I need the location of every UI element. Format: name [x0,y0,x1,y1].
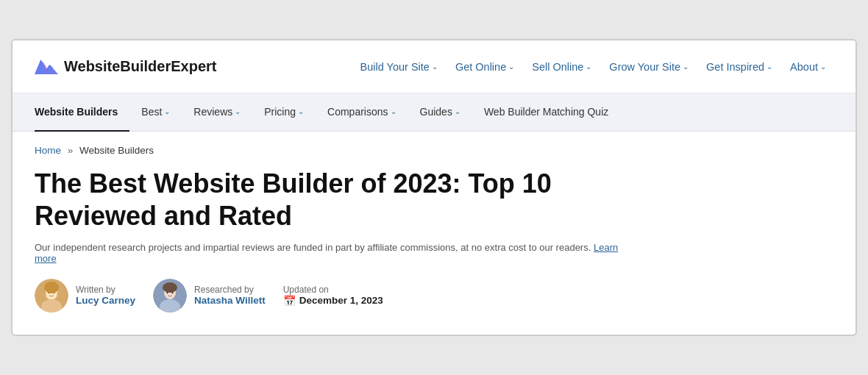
logo-text: WebsiteBuilderExpert [64,58,216,75]
updated-inner: Updated on 📅 December 1, 2023 [283,285,383,307]
top-nav-item-about: About ⌄ [783,57,833,77]
author-name-lucy[interactable]: Lucy Carney [76,295,135,306]
logo-icon [35,57,58,77]
breadcrumb-current: Website Builders [79,145,154,156]
chevron-down-icon: ⌄ [432,63,438,71]
updated-date-row: 📅 December 1, 2023 [283,295,383,307]
sec-nav-guides[interactable]: Guides ⌄ [408,93,472,132]
author-row: Written by Lucy Carney [35,279,833,312]
breadcrumb-separator: » [68,145,74,156]
top-nav-item-growsite: Grow Your Site ⌄ [602,57,696,77]
chevron-down-icon: ⌄ [766,63,772,71]
browser-frame: WebsiteBuilderExpert Build Your Site ⌄ G… [11,39,857,335]
top-nav-item-getonline: Get Online ⌄ [448,57,522,77]
author-block-written: Written by Lucy Carney [35,279,135,312]
top-nav-item-sellonline: Sell Online ⌄ [524,57,599,77]
avatar-natasha [153,279,187,312]
chevron-down-icon: ⌄ [820,63,826,71]
author-meta-lucy: Written by Lucy Carney [76,285,135,306]
author-name-natasha[interactable]: Natasha Willett [194,295,266,306]
chevron-down-icon: ⌄ [586,63,591,71]
sec-nav-pricing[interactable]: Pricing ⌄ [252,93,316,132]
top-nav-list: Build Your Site ⌄ Get Online ⌄ Sell Onli… [353,57,833,77]
sec-nav-best[interactable]: Best ⌄ [129,93,182,132]
researched-by-label: Researched by [194,285,266,295]
top-nav-link-about[interactable]: About ⌄ [783,57,833,77]
written-by-label: Written by [76,285,135,295]
sec-nav-quiz[interactable]: Web Builder Matching Quiz [472,93,620,132]
top-nav-link-growsite[interactable]: Grow Your Site ⌄ [602,57,696,77]
breadcrumb: Home » Website Builders [35,145,833,156]
svg-point-11 [44,282,59,293]
updated-date: December 1, 2023 [299,295,383,306]
author-meta-natasha: Researched by Natasha Willett [194,285,266,306]
avatar-lucy-image [35,279,68,312]
chevron-down-icon: ⌄ [298,107,304,115]
main-content: The Best Website Builder of 2023: Top 10… [13,162,855,334]
author-block-researched: Researched by Natasha Willett [153,279,266,312]
chevron-down-icon: ⌄ [683,63,689,71]
top-nav-link-getinspired[interactable]: Get Inspired ⌄ [699,57,780,77]
updated-label: Updated on [283,285,383,295]
updated-block: Updated on 📅 December 1, 2023 [283,285,383,307]
breadcrumb-home-link[interactable]: Home [35,145,61,156]
top-nav-link-build[interactable]: Build Your Site ⌄ [353,57,445,77]
chevron-down-icon: ⌄ [508,63,514,71]
avatar-lucy [35,279,68,312]
top-nav-item-getinspired: Get Inspired ⌄ [699,57,780,77]
avatar-natasha-image [153,279,187,312]
breadcrumb-area: Home » Website Builders [13,132,855,162]
logo-link[interactable]: WebsiteBuilderExpert [35,57,216,77]
chevron-down-icon: ⌄ [391,107,396,115]
page-title: The Best Website Builder of 2023: Top 10… [35,168,638,231]
top-nav-link-getonline[interactable]: Get Online ⌄ [448,57,522,77]
sec-nav-website-builders[interactable]: Website Builders [35,93,129,132]
top-nav-link-sellonline[interactable]: Sell Online ⌄ [524,57,599,77]
chevron-down-icon: ⌄ [455,107,460,115]
chevron-down-icon: ⌄ [164,107,170,115]
sec-nav-comparisons[interactable]: Comparisons ⌄ [316,93,408,132]
top-nav-item-build: Build Your Site ⌄ [353,57,445,77]
affiliate-notice: Our independent research projects and im… [35,242,638,264]
secondary-navigation: Website Builders Best ⌄ Reviews ⌄ Pricin… [13,93,855,132]
calendar-icon: 📅 [283,295,296,307]
chevron-down-icon: ⌄ [235,107,241,115]
sec-nav-reviews[interactable]: Reviews ⌄ [182,93,252,132]
top-navigation: WebsiteBuilderExpert Build Your Site ⌄ G… [13,40,855,93]
